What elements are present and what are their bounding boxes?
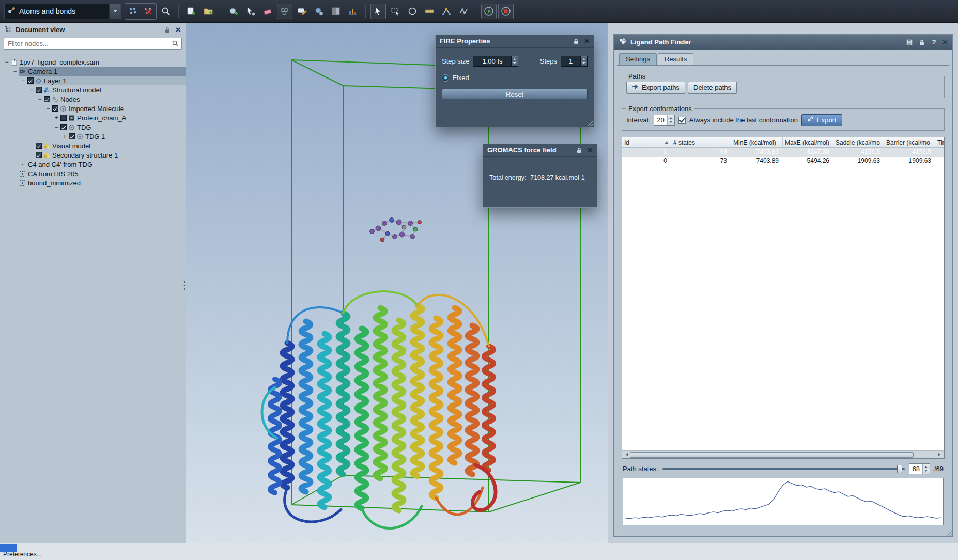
tree-node-layer-1[interactable]: −Layer 1 [0, 76, 186, 85]
tree-node-body[interactable]: TDG [60, 122, 186, 132]
visual-preset-dropdown[interactable]: Atoms and bonds [4, 4, 121, 19]
document-view-titlebar[interactable]: Document view [0, 23, 186, 37]
tree-node-nodes[interactable]: −Nodes [0, 95, 186, 104]
tree-node-structural-model[interactable]: −Structural model [0, 85, 186, 95]
tree-node-body[interactable]: Nodes [43, 95, 186, 104]
node-editor-button[interactable] [243, 4, 258, 19]
tree-node-camera-1[interactable]: −Camera 1 [0, 67, 186, 76]
collapse-toggle[interactable]: − [44, 105, 52, 112]
collapse-toggle[interactable]: − [20, 77, 27, 84]
close-icon[interactable] [584, 38, 590, 44]
visibility-checkbox[interactable] [36, 143, 42, 149]
visibility-checkbox[interactable] [36, 152, 42, 158]
tab-settings[interactable]: Settings [619, 53, 657, 65]
table-row[interactable]: 073-7403.89-5494.261909.631909.63 [622, 157, 944, 165]
spinner-arrows[interactable] [922, 464, 930, 474]
fixed-radio[interactable] [442, 74, 449, 82]
column-header-states[interactable]: # states [671, 137, 731, 147]
path-state-spinbox[interactable]: 68 [909, 463, 930, 474]
annotation-button[interactable] [294, 4, 310, 19]
delete-paths-button[interactable]: Delete paths [688, 82, 737, 94]
visibility-checkbox[interactable] [27, 77, 34, 84]
close-icon[interactable] [942, 39, 948, 45]
shadow-toggle-button[interactable] [328, 4, 344, 19]
collapse-toggle[interactable]: − [3, 59, 10, 65]
slider-handle[interactable] [897, 465, 902, 473]
add-folder-button[interactable] [200, 4, 216, 19]
collapse-toggle[interactable]: − [28, 87, 35, 93]
fire-panel-titlebar[interactable]: FIRE Properties [436, 35, 594, 48]
find-button[interactable] [158, 4, 174, 19]
spinner-arrows[interactable] [667, 115, 674, 125]
stop-simulation-button[interactable] [498, 4, 514, 19]
tree-node-ca-from-his-205[interactable]: CA from HIS 205 [0, 169, 186, 178]
rect-select-tool-button[interactable] [388, 4, 403, 19]
save-icon[interactable] [905, 38, 914, 46]
tree-node-body[interactable]: 1pv7_ligand_complex.sam [10, 57, 186, 67]
tree-node-body[interactable]: TDG 1 [68, 132, 186, 141]
ligand-path-finder-titlebar[interactable]: Ligand Path Finder ? [614, 35, 952, 50]
step-size-input[interactable]: 1.00 fs [473, 56, 518, 67]
gromacs-panel-titlebar[interactable]: GROMACS force field [483, 144, 597, 157]
tree-node-1pv7-ligand-complex-sam[interactable]: −1pv7_ligand_complex.sam [0, 57, 186, 67]
expand-toggle[interactable]: + [61, 133, 68, 139]
lock-icon[interactable] [575, 146, 583, 154]
pattern-editor-button[interactable] [277, 4, 292, 19]
spinner-arrows[interactable] [511, 56, 518, 66]
tree-node-tdg-1[interactable]: +TDG 1 [0, 132, 186, 141]
tree-node-visual-model[interactable]: Visual model [0, 141, 186, 150]
tree-node-body[interactable]: Imported Molecule [52, 104, 186, 113]
tree-node-body[interactable]: Secondary structure 1 [35, 150, 186, 160]
play-simulation-button[interactable] [481, 4, 497, 19]
tree-node-body[interactable]: Protein_chain_A [60, 113, 186, 122]
filter-nodes-input[interactable] [4, 38, 182, 50]
lock-icon[interactable] [917, 38, 926, 46]
table-row[interactable]: 169-7403.89-3247.384156.54156.5 [622, 148, 944, 157]
column-header-mine-kcal-mol[interactable]: MinE (kcal/mol) [731, 137, 783, 147]
visibility-checkbox[interactable] [36, 87, 42, 93]
angle-measure-tool-button[interactable] [439, 4, 454, 19]
visibility-checkbox[interactable] [52, 105, 58, 112]
panel-splitter[interactable] [182, 23, 187, 543]
tree-node-body[interactable]: CA from HIS 205 [19, 169, 186, 178]
column-header-maxe-kcal-mol[interactable]: MaxE (kcal/mol) [783, 137, 833, 147]
tree-node-bound-minimized[interactable]: bound_minimized [0, 178, 186, 188]
histogram-button[interactable] [345, 4, 361, 19]
visual-presets-button[interactable] [311, 4, 327, 19]
scroll-left-icon[interactable] [622, 451, 630, 458]
close-icon[interactable] [587, 147, 593, 153]
tree-node-tdg[interactable]: −TDG [0, 122, 186, 132]
twist-tool-button[interactable] [456, 4, 471, 19]
ruler-tool-button[interactable] [422, 4, 437, 19]
tree-node-secondary-structure-1[interactable]: Secondary structure 1 [0, 150, 186, 160]
clear-selection-button[interactable] [141, 4, 156, 19]
tree-node-body[interactable]: Camera 1 [19, 67, 186, 76]
add-node-button[interactable] [226, 4, 241, 19]
table-horizontal-scrollbar[interactable] [622, 450, 944, 458]
tree-node-body[interactable]: bound_minimized [19, 178, 186, 188]
select-atoms-button[interactable] [125, 4, 141, 19]
tree-node-protein-chain-a[interactable]: +Protein_chain_A [0, 113, 186, 122]
visibility-checkbox[interactable] [69, 133, 75, 139]
close-icon[interactable] [175, 27, 181, 33]
help-icon[interactable]: ? [930, 38, 938, 46]
scroll-right-icon[interactable] [936, 451, 944, 458]
tree-node-body[interactable]: Layer 1 [27, 76, 186, 85]
export-button[interactable]: Export [801, 114, 842, 126]
dropdown-arrow-icon[interactable] [109, 4, 120, 19]
column-header-tim[interactable]: Tim [935, 137, 944, 147]
spinner-arrows[interactable] [580, 56, 587, 66]
expand-toggle[interactable]: + [53, 115, 60, 121]
steps-input[interactable]: 1 [561, 56, 588, 67]
visibility-checkbox[interactable] [60, 115, 67, 121]
pointer-tool-button[interactable] [370, 4, 386, 19]
ellipse-select-tool-button[interactable] [405, 4, 420, 19]
scrollbar-thumb[interactable] [630, 452, 914, 458]
reset-button[interactable]: Reset [442, 89, 588, 99]
collapse-toggle[interactable]: − [11, 68, 19, 74]
interval-spinbox[interactable]: 20 [654, 115, 674, 126]
column-header-id[interactable]: Id [622, 137, 671, 147]
lock-icon[interactable] [163, 25, 172, 34]
collapse-toggle[interactable]: − [53, 124, 60, 130]
visibility-checkbox[interactable] [60, 124, 67, 130]
